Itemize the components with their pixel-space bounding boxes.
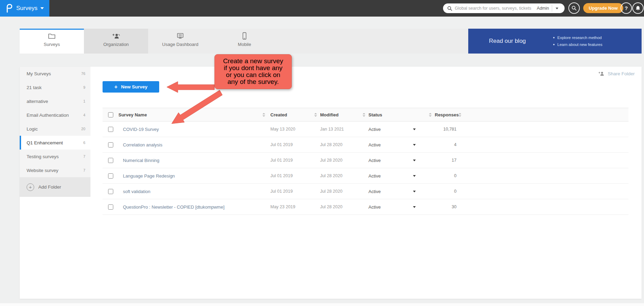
folder-label: 21 task <box>27 85 42 90</box>
column-header-created[interactable]: Created <box>270 112 287 117</box>
column-header-modified[interactable]: Modified <box>320 112 338 117</box>
sort-icon[interactable] <box>459 113 462 117</box>
help-button[interactable]: ? <box>621 2 632 14</box>
table-row: QuestionPro : Newsletter - COPIED [dtuko… <box>103 199 628 215</box>
folder-label: alternative <box>27 99 48 104</box>
row-checkbox[interactable] <box>108 204 113 210</box>
global-search: Admin <box>443 3 565 13</box>
folder-count: 6 <box>83 141 85 145</box>
sidebar-item-q1-enhancement[interactable]: Q1 Enhancement 6 <box>20 136 90 150</box>
survey-name-link[interactable]: Language Page Redesign <box>123 173 175 179</box>
folder-count: 7 <box>83 168 85 172</box>
table-row: COVID-19 Survey May 13 2020 Jan 13 2021 … <box>103 122 628 137</box>
sidebar-item-alternative[interactable]: alternative 1 <box>20 94 90 108</box>
new-survey-label: New Survey <box>121 84 147 89</box>
status-dropdown[interactable]: Active <box>368 204 435 210</box>
status-value: Active <box>368 127 381 132</box>
bell-icon <box>635 6 641 11</box>
app-switcher[interactable]: Surveys <box>0 0 49 17</box>
responses-count: 0 <box>435 173 461 178</box>
search-scope-label[interactable]: Admin <box>537 6 549 11</box>
status-dropdown[interactable]: Active <box>368 189 435 194</box>
chevron-down-icon <box>413 160 416 161</box>
callout-line: Create a new survey <box>217 58 289 65</box>
sidebar-item-logic[interactable]: Logic 20 <box>20 122 90 136</box>
table-row: Correlation analysis Jul 01 2019 Jul 28 … <box>103 137 628 153</box>
folder-label: Logic <box>27 126 38 132</box>
row-checkbox[interactable] <box>108 173 113 179</box>
chevron-down-icon <box>413 175 416 177</box>
tab-label: Mobile <box>238 42 251 47</box>
search-scope-dropdown[interactable] <box>552 4 562 12</box>
status-dropdown[interactable]: Active <box>368 127 435 132</box>
table-header-row: Survey Name Created Modified Status Resp… <box>103 108 628 122</box>
row-checkbox[interactable] <box>108 158 113 163</box>
survey-name-link[interactable]: Numerical Binning <box>123 158 160 163</box>
column-header-status[interactable]: Status <box>368 112 382 117</box>
folder-label: Q1 Enhancement <box>27 140 63 145</box>
tab-organization[interactable]: Organization <box>84 29 148 54</box>
sidebar-item-my-surveys[interactable]: My Surveys 76 <box>20 67 90 80</box>
add-folder-button[interactable]: + Add Folder <box>20 177 90 197</box>
row-checkbox[interactable] <box>108 189 113 194</box>
chevron-down-icon <box>413 191 416 192</box>
read-our-blog-link[interactable]: Read our blog <box>489 38 534 45</box>
folder-count: 1 <box>83 99 85 103</box>
blog-link-research[interactable]: Explore research method <box>553 36 602 40</box>
survey-name-link[interactable]: soft validation <box>123 189 151 194</box>
folder-count: 9 <box>83 85 85 89</box>
notifications-button[interactable] <box>632 2 644 14</box>
callout-line: or you can click on <box>217 71 289 78</box>
share-folder-link[interactable]: Share Folder <box>598 71 635 76</box>
share-user-icon <box>598 71 605 76</box>
blog-link-features[interactable]: Learn about new features <box>553 42 602 47</box>
tab-surveys[interactable]: Surveys <box>20 29 84 54</box>
callout-line: any of the survey. <box>217 78 289 85</box>
plus-glyph: + <box>29 184 32 190</box>
global-search-input[interactable] <box>455 6 536 11</box>
status-dropdown[interactable]: Active <box>368 142 435 147</box>
survey-name-link[interactable]: Correlation analysis <box>123 142 162 147</box>
add-user-icon <box>112 32 120 40</box>
status-dropdown[interactable]: Active <box>368 173 435 179</box>
search-button[interactable] <box>568 2 580 14</box>
responses-count: 0 <box>435 189 461 194</box>
sidebar-item-testing-surveys[interactable]: Testing surveys 7 <box>20 150 90 163</box>
callout-line: if you dont have any <box>217 65 289 71</box>
page-bottom-strip <box>0 303 644 306</box>
smartphone-icon <box>240 32 249 40</box>
column-header-survey-name[interactable]: Survey Name <box>118 112 147 117</box>
bullet-dot <box>553 44 555 45</box>
sort-icon[interactable] <box>429 113 432 117</box>
upgrade-now-button[interactable]: Upgrade Now <box>583 3 623 13</box>
sidebar-item-website-survey[interactable]: Website survey 7 <box>20 163 90 177</box>
survey-name-link[interactable]: COVID-19 Survey <box>123 127 159 132</box>
top-bar: Surveys Admin Upgrade Now ? <box>0 0 644 17</box>
chevron-down-icon <box>40 7 44 9</box>
sidebar-item-email-authentication[interactable]: Email Authentication 4 <box>20 108 90 122</box>
row-checkbox[interactable] <box>108 127 113 132</box>
sort-icon[interactable] <box>314 113 317 117</box>
table-row: Numerical Binning Jul 01 2019 Jul 28 202… <box>103 153 628 168</box>
folder-icon <box>48 32 56 40</box>
status-value: Active <box>368 142 381 147</box>
tab-usage-dashboard[interactable]: Usage Dashboard <box>148 29 212 54</box>
survey-name-link[interactable]: QuestionPro : Newsletter - COPIED [dtuko… <box>123 204 224 210</box>
search-icon <box>447 6 452 11</box>
status-dropdown[interactable]: Active <box>368 158 435 163</box>
modified-date: Jul 28 2020 <box>320 142 368 147</box>
dashboard-icon <box>176 32 184 40</box>
tab-mobile[interactable]: Mobile <box>212 29 277 54</box>
select-all-checkbox[interactable] <box>108 112 113 117</box>
chevron-down-icon <box>413 128 416 130</box>
tutorial-callout: Create a new survey if you dont have any… <box>214 54 292 89</box>
new-survey-button[interactable]: + New Survey <box>103 81 159 93</box>
created-date: Jul 01 2019 <box>270 142 320 147</box>
folder-count: 76 <box>81 71 85 76</box>
sort-icon[interactable] <box>363 113 366 117</box>
column-header-responses[interactable]: Responses <box>435 112 459 117</box>
sidebar-item-21-task[interactable]: 21 task 9 <box>20 80 90 94</box>
row-checkbox[interactable] <box>108 142 113 147</box>
sort-icon[interactable] <box>262 113 266 117</box>
responses-count: 10,781 <box>435 127 461 132</box>
